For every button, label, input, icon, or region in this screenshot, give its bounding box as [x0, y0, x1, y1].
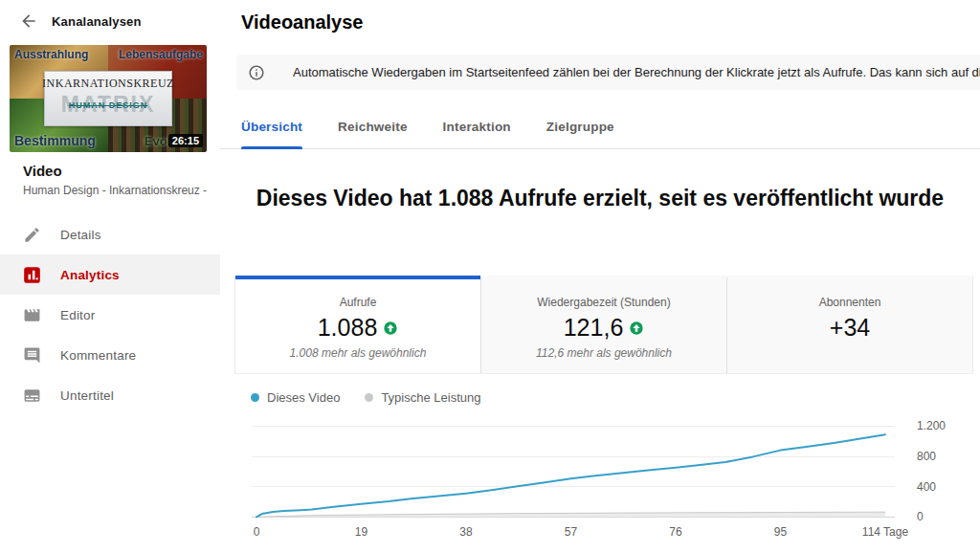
metric-label: Abonnenten	[727, 296, 972, 309]
info-banner: Automatische Wiedergaben im Startseitenf…	[236, 55, 980, 90]
svg-text:1.200: 1.200	[917, 419, 946, 432]
sidebar-item-label: Analytics	[60, 268, 120, 282]
summary-headline: Dieses Video hat 1.088 Aufrufe erzielt, …	[220, 182, 980, 215]
svg-text:57: 57	[565, 525, 578, 539]
tab-zielgruppe[interactable]: Zielgruppe	[546, 107, 614, 149]
comment-icon	[22, 345, 41, 365]
thumbnail-subtitle: HUMAN DESIGN	[69, 100, 148, 110]
svg-text:400: 400	[917, 480, 936, 494]
metric-value: 121,6	[564, 314, 624, 342]
sidebar-item-editor[interactable]: Editor	[0, 295, 220, 335]
video-section-label: Video	[23, 163, 62, 179]
video-duration-badge: 26:15	[168, 134, 203, 147]
tab-interaktion[interactable]: Interaktion	[443, 107, 511, 149]
page-title: Videoanalyse	[241, 11, 363, 33]
metric-card-abonnenten[interactable]: Abonnenten +34	[726, 276, 972, 373]
svg-text:0: 0	[917, 510, 924, 523]
video-title: Human Design - Inkarnationskreuz - ...	[23, 184, 210, 197]
thumbnail-title-card: INKARNATIONSKREUZ MATRIX HUMAN DESIGN	[44, 71, 172, 126]
chart-legend: Dieses Video Typische Leistung	[251, 390, 480, 405]
svg-text:38: 38	[459, 525, 473, 539]
subtitles-icon	[22, 386, 41, 405]
main-content: Videoanalyse Automatische Wiedergaben im…	[220, 0, 980, 553]
legend-item-typische-leistung: Typische Leistung	[365, 390, 480, 405]
metric-value: 1.088	[318, 314, 378, 342]
svg-text:114 Tage: 114 Tage	[862, 525, 909, 539]
sidebar-menu: Details Analytics Editor Komme	[0, 214, 220, 415]
metric-subtext: 1.008 mehr als gewöhnlich	[235, 346, 480, 360]
thumbnail-title: INKARNATIONSKREUZ	[42, 77, 174, 91]
back-row: Kanalanalysen	[0, 0, 220, 42]
sidebar-item-kommentare[interactable]: Kommentare	[0, 335, 220, 375]
metric-subtext: 112,6 mehr als gewöhnlich	[481, 346, 726, 360]
back-label[interactable]: Kanalanalysen	[52, 14, 142, 29]
tab-reichweite[interactable]: Reichweite	[338, 107, 408, 149]
views-line-chart[interactable]: 04008001.20001938577695114 Tage	[234, 413, 980, 553]
bar-chart-icon	[22, 265, 41, 284]
trend-up-icon	[629, 321, 644, 336]
thumbnail-label: Bestimmung	[14, 133, 96, 148]
metric-card-aufrufe[interactable]: Aufrufe 1.088 1.008 mehr als gewöhnlich	[235, 276, 480, 373]
film-icon	[22, 305, 41, 324]
svg-text:19: 19	[355, 525, 368, 539]
analytics-tabbar: Übersicht Reichweite Interaktion Zielgru…	[220, 107, 980, 149]
tab-uebersicht[interactable]: Übersicht	[241, 107, 302, 149]
sidebar-item-untertitel[interactable]: Untertitel	[0, 375, 220, 415]
info-icon	[248, 64, 265, 81]
legend-item-dieses-video: Dieses Video	[251, 390, 340, 405]
chart-canvas[interactable]: 04008001.20001938577695114 Tage	[234, 413, 980, 553]
metric-value: +34	[830, 314, 870, 342]
sidebar-item-label: Untertitel	[60, 388, 114, 403]
legend-dot-blue	[251, 393, 259, 402]
trend-up-icon	[383, 321, 398, 336]
metric-label: Wiedergabezeit (Stunden)	[481, 296, 726, 309]
pencil-icon	[22, 225, 41, 244]
thumbnail-label: Lebensaufgabe	[119, 48, 203, 61]
back-arrow-icon[interactable]	[19, 11, 38, 31]
legend-dot-gray	[365, 393, 373, 402]
sidebar-item-details[interactable]: Details	[0, 214, 220, 254]
svg-text:95: 95	[774, 525, 788, 539]
svg-text:800: 800	[917, 450, 936, 463]
sidebar: Kanalanalysen Ausstrahlung Lebensaufgabe…	[0, 0, 220, 553]
metric-card-wiedergabezeit[interactable]: Wiedergabezeit (Stunden) 121,6 112,6 meh…	[480, 276, 726, 373]
sidebar-item-label: Details	[60, 228, 101, 242]
sidebar-item-label: Kommentare	[60, 348, 136, 363]
metric-label: Aufrufe	[235, 296, 480, 309]
metric-cards: Aufrufe 1.088 1.008 mehr als gewöhnlich …	[234, 276, 973, 374]
svg-text:0: 0	[254, 525, 260, 539]
sidebar-item-analytics[interactable]: Analytics	[0, 254, 220, 295]
info-banner-text: Automatische Wiedergaben im Startseitenf…	[293, 65, 980, 79]
sidebar-item-label: Editor	[60, 308, 95, 322]
thumbnail-label: Ausstrahlung	[14, 48, 88, 61]
video-thumbnail[interactable]: Ausstrahlung Lebensaufgabe Bestimmung Ev…	[10, 45, 207, 152]
svg-text:76: 76	[669, 525, 682, 539]
